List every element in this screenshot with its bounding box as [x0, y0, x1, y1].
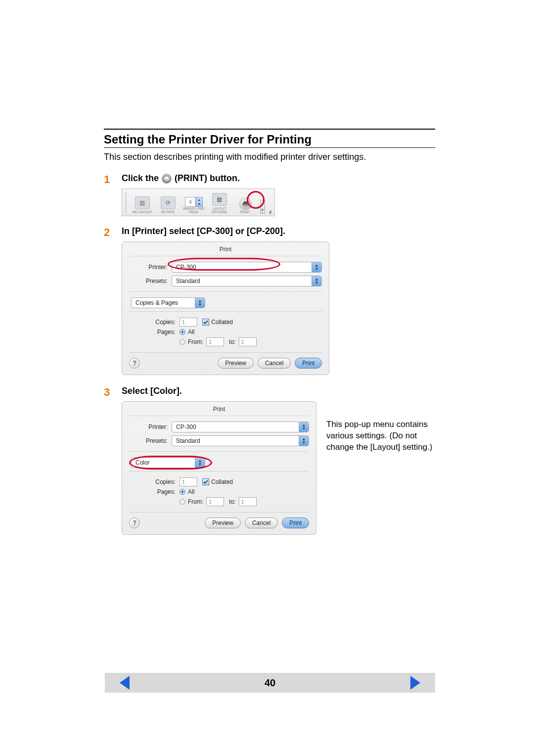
- from-label: From:: [188, 498, 203, 505]
- step-2-title: In [Printer] select [CP-300] or [CP-200]…: [122, 226, 435, 236]
- presets-label: Presets:: [129, 278, 172, 284]
- copies-input[interactable]: 1: [179, 477, 197, 486]
- dropdown-arrows-icon: ▲▼: [312, 262, 321, 272]
- toolbar-layout-options: ▦ LAYOUT OPTIONS: [209, 193, 230, 214]
- step-1-prefix: Click the: [122, 173, 159, 184]
- printer-label: Printer:: [129, 424, 172, 430]
- printer-label: Printer:: [129, 264, 172, 271]
- pages-label: Pages:: [149, 329, 176, 335]
- dropdown-arrows-icon: ▲▼: [195, 298, 205, 308]
- help-button[interactable]: ?: [129, 358, 140, 369]
- toolbar-screenshot: ▥ RE-LAYOUT ⟳ ROTATE 4 ▲▼ IMAGES PER PAG…: [122, 189, 275, 216]
- pages-all-label: All: [188, 329, 194, 335]
- to-input[interactable]: 1: [239, 497, 257, 506]
- section-select[interactable]: Copies & Pages ▲▼: [131, 297, 205, 308]
- from-label: From:: [188, 338, 203, 345]
- step-3: 3 Select [Color]. Print Printer: CP-300 …: [104, 386, 435, 535]
- printer-value: CP-300: [176, 424, 196, 430]
- pages-all-label: All: [188, 488, 194, 495]
- pages-label: Pages:: [149, 488, 176, 495]
- copies-label: Copies:: [149, 478, 176, 485]
- presets-label: Presets:: [129, 437, 172, 444]
- images-per-page-value: 4: [185, 197, 196, 207]
- rotate-icon: ⟳: [161, 196, 176, 209]
- from-input[interactable]: 1: [206, 497, 224, 506]
- layout-label: LAYOUT OPTIONS: [209, 207, 230, 214]
- presets-value: Standard: [176, 437, 200, 444]
- dialog-title: Print: [129, 406, 309, 413]
- copies-input[interactable]: 1: [179, 318, 197, 327]
- rotate-label: ROTATE: [161, 210, 175, 214]
- next-page-button[interactable]: [410, 676, 420, 690]
- toolbar-relayout: ▥ RE-LAYOUT: [132, 196, 153, 214]
- print-dialog-step3: Print Printer: CP-300 ▲▼ Presets: Standa…: [122, 401, 316, 535]
- to-label: to:: [229, 498, 235, 505]
- collated-label: Collated: [211, 319, 233, 326]
- cancel-button[interactable]: Cancel: [258, 358, 291, 369]
- print-button[interactable]: Print: [295, 358, 322, 369]
- page-number: 40: [265, 677, 275, 689]
- presets-value: Standard: [176, 278, 200, 284]
- to-label: to:: [229, 338, 235, 345]
- cancel-button[interactable]: Cancel: [245, 518, 278, 528]
- pages-all-radio[interactable]: [179, 489, 185, 495]
- relayout-icon: ▥: [135, 196, 150, 209]
- step-3-title: Select [Color].: [122, 386, 435, 396]
- toolbar-grip: [125, 192, 127, 214]
- callout-oval-color: [129, 456, 212, 470]
- presets-select[interactable]: Standard ▲▼: [172, 435, 309, 446]
- copies-label: Copies:: [149, 319, 176, 326]
- dropdown-arrows-icon: ▲▼: [312, 276, 321, 286]
- step-1-number: 1: [104, 173, 113, 216]
- pages-all-radio[interactable]: [179, 329, 185, 335]
- collated-label: Collated: [211, 478, 233, 485]
- print-dialog-step2: Print Printer: CP-300 ▲▼ Presets: Standa: [122, 241, 329, 375]
- page-heading: Setting the Printer Driver for Printing: [104, 133, 435, 146]
- pages-from-radio[interactable]: [179, 499, 185, 505]
- intro-text: This section describes printing with mod…: [104, 152, 435, 162]
- images-label: IMAGES PER PAGE: [183, 207, 205, 214]
- step-2: 2 In [Printer] select [CP-300] or [CP-20…: [104, 226, 435, 375]
- toolbar-rotate: ⟳ ROTATE: [157, 196, 179, 214]
- dropdown-arrows-icon: ▲▼: [299, 422, 309, 432]
- print-button[interactable]: Print: [282, 518, 309, 528]
- help-button[interactable]: ?: [129, 518, 140, 528]
- step-2-number: 2: [104, 226, 113, 375]
- callout-circle-print: [247, 191, 265, 209]
- layout-options-icon: ▦: [212, 193, 227, 206]
- resize-handle-icon: [269, 208, 271, 214]
- preview-button[interactable]: Preview: [205, 518, 241, 528]
- section-value: Copies & Pages: [135, 299, 178, 306]
- collated-checkbox[interactable]: [202, 319, 209, 326]
- step-1-suffix: (PRINT) button.: [175, 173, 240, 184]
- collated-checkbox[interactable]: [202, 478, 209, 485]
- toolbar-images-per-page: 4 ▲▼ IMAGES PER PAGE: [183, 197, 205, 214]
- prev-page-button[interactable]: [120, 676, 130, 690]
- from-input[interactable]: 1: [206, 337, 224, 346]
- step-1-title: Click the (PRINT) button.: [122, 173, 435, 184]
- images-stepper: ▲▼: [196, 197, 203, 207]
- step-1: 1 Click the (PRINT) button. ▥ RE-LAYOUT …: [104, 173, 435, 216]
- print-glyph-icon: [162, 174, 172, 184]
- print-label: PRINT: [240, 210, 250, 214]
- dialog-title: Print: [129, 246, 322, 253]
- side-note: This pop-up menu contains various settin…: [326, 401, 435, 535]
- preview-button[interactable]: Preview: [218, 358, 254, 369]
- page-footer-nav: 40: [105, 673, 435, 693]
- callout-oval-printer: [168, 258, 280, 271]
- dropdown-arrows-icon: ▲▼: [299, 436, 309, 446]
- printer-select[interactable]: CP-300 ▲▼: [172, 422, 309, 432]
- relayout-label: RE-LAYOUT: [133, 210, 152, 214]
- step-3-number: 3: [104, 386, 113, 535]
- presets-select[interactable]: Standard ▲▼: [172, 276, 322, 286]
- to-input[interactable]: 1: [239, 337, 257, 346]
- pages-from-radio[interactable]: [179, 339, 185, 345]
